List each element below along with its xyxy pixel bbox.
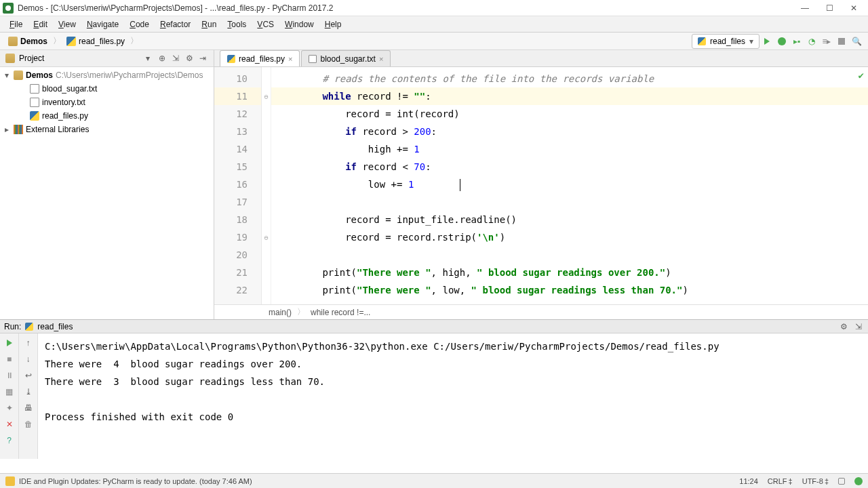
- expand-arrow-icon[interactable]: ▾: [3, 70, 11, 80]
- line-number[interactable]: 14: [214, 140, 261, 158]
- restore-layout-button[interactable]: ✦: [3, 401, 16, 415]
- console-output[interactable]: C:\Users\meriw\AppData\Local\Programs\Py…: [38, 333, 868, 459]
- editor-tab[interactable]: blood_sugar.txt×: [301, 50, 391, 66]
- rerun-button[interactable]: [3, 336, 16, 350]
- code-line[interactable]: high += 1: [271, 140, 868, 158]
- close-button[interactable]: ✕: [848, 2, 860, 14]
- menu-refactor[interactable]: Refactor: [155, 18, 196, 30]
- line-number[interactable]: 21: [214, 264, 261, 281]
- gear-icon[interactable]: ⚙: [184, 53, 195, 64]
- fold-marker[interactable]: [262, 281, 271, 299]
- line-number[interactable]: 18: [214, 211, 261, 228]
- project-tree[interactable]: ▾ Demos C:\Users\meriw\PycharmProjects\D…: [0, 67, 214, 319]
- code-line[interactable]: low += 1: [271, 176, 868, 193]
- profile-button[interactable]: ◔: [804, 34, 819, 49]
- editor-body[interactable]: 10111213141516171819202122 ⊖⊖ # reads th…: [214, 67, 868, 304]
- file-encoding[interactable]: UTF-8‡: [802, 477, 829, 485]
- read-only-toggle[interactable]: [838, 478, 845, 485]
- fold-marker[interactable]: [262, 176, 271, 193]
- fold-marker[interactable]: [262, 140, 271, 158]
- caret-position[interactable]: 11:24: [739, 477, 758, 485]
- external-libraries[interactable]: ▸ External Libraries: [0, 123, 214, 136]
- line-number[interactable]: 16: [214, 176, 261, 193]
- fold-marker[interactable]: [262, 70, 271, 87]
- stop-button[interactable]: ■: [3, 352, 16, 366]
- print-button[interactable]: 🖶: [22, 401, 35, 415]
- hide-icon[interactable]: ⇥: [197, 53, 208, 64]
- concurrency-button[interactable]: ≡▸: [819, 34, 834, 49]
- tree-file[interactable]: inventory.txt: [0, 96, 214, 109]
- fold-marker[interactable]: [262, 158, 271, 176]
- menu-help[interactable]: Help: [319, 18, 347, 30]
- hide-icon[interactable]: ⇲: [853, 321, 864, 332]
- code-line[interactable]: # reads the contents of the file into th…: [271, 70, 868, 87]
- line-number[interactable]: 10: [214, 70, 261, 87]
- code-line[interactable]: record = record.rstrip('\n'): [271, 228, 868, 246]
- code-line[interactable]: record = int(record): [271, 105, 868, 123]
- tree-file[interactable]: blood_sugar.txt: [0, 82, 214, 96]
- menu-run[interactable]: Run: [196, 18, 222, 30]
- fold-marker[interactable]: [262, 246, 271, 264]
- breadcrumb-root[interactable]: Demos: [4, 34, 52, 49]
- fold-marker[interactable]: ⊖: [262, 228, 271, 246]
- menu-edit[interactable]: Edit: [28, 18, 53, 30]
- menu-window[interactable]: Window: [279, 18, 319, 30]
- debug-button[interactable]: [774, 34, 789, 49]
- fold-gutter[interactable]: ⊖⊖: [262, 67, 271, 304]
- expand-arrow-icon[interactable]: ▸: [3, 125, 11, 134]
- line-number[interactable]: 17: [214, 193, 261, 211]
- tree-file[interactable]: read_files.py: [0, 109, 214, 123]
- collapse-all-icon[interactable]: ⇲: [170, 53, 181, 64]
- scroll-from-source-icon[interactable]: ⊕: [157, 53, 167, 64]
- line-number[interactable]: 11: [214, 87, 261, 105]
- dump-threads-button[interactable]: ▦: [3, 385, 16, 399]
- fold-marker[interactable]: [262, 264, 271, 281]
- code-line[interactable]: if record < 70:: [271, 158, 868, 176]
- code-line[interactable]: print("There were ", high, " blood sugar…: [271, 264, 868, 281]
- line-number[interactable]: 12: [214, 105, 261, 123]
- line-number[interactable]: 13: [214, 123, 261, 140]
- help-button[interactable]: ?: [3, 434, 16, 447]
- minimize-button[interactable]: —: [799, 2, 811, 14]
- close-button[interactable]: ✕: [3, 418, 16, 431]
- menu-navigate[interactable]: Navigate: [81, 18, 124, 30]
- stop-button[interactable]: [834, 34, 849, 49]
- pause-button[interactable]: ⏸: [3, 369, 16, 382]
- menu-view[interactable]: View: [53, 18, 81, 30]
- line-separator[interactable]: CRLF‡: [768, 477, 793, 485]
- fold-marker[interactable]: ⊖: [262, 87, 271, 105]
- status-message[interactable]: IDE and Plugin Updates: PyCharm is ready…: [19, 477, 252, 485]
- code-line[interactable]: if record > 200:: [271, 123, 868, 140]
- close-tab-icon[interactable]: ×: [288, 55, 292, 63]
- fold-marker[interactable]: [262, 105, 271, 123]
- chevron-down-icon[interactable]: ▾: [146, 54, 150, 63]
- code-line[interactable]: print("There were ", low, " blood sugar …: [271, 281, 868, 299]
- fold-marker[interactable]: [262, 211, 271, 228]
- gear-icon[interactable]: ⚙: [838, 321, 849, 332]
- menu-tools[interactable]: Tools: [222, 18, 252, 30]
- breadcrumb-file[interactable]: read_files.py: [62, 34, 129, 49]
- tree-root[interactable]: ▾ Demos C:\Users\meriw\PycharmProjects\D…: [0, 68, 214, 82]
- run-config-selector[interactable]: read_files ▾: [692, 34, 760, 49]
- menu-vcs[interactable]: VCS: [252, 18, 279, 30]
- menu-code[interactable]: Code: [124, 18, 155, 30]
- fold-marker[interactable]: [262, 193, 271, 211]
- close-tab-icon[interactable]: ×: [379, 55, 383, 63]
- inspection-ok-icon[interactable]: ✔: [859, 70, 864, 81]
- scroll-to-end-button[interactable]: ⤓: [22, 385, 35, 399]
- line-number[interactable]: 19: [214, 228, 261, 246]
- maximize-button[interactable]: ☐: [823, 2, 835, 14]
- up-stack-button[interactable]: ↑: [22, 336, 35, 350]
- code-line[interactable]: record = input_file.readline(): [271, 211, 868, 228]
- clear-button[interactable]: 🗑: [22, 418, 35, 431]
- code-line[interactable]: while record != "":: [271, 87, 868, 105]
- hector-icon[interactable]: [854, 477, 863, 485]
- code-line[interactable]: [271, 246, 868, 264]
- line-number[interactable]: 20: [214, 246, 261, 264]
- fold-marker[interactable]: [262, 123, 271, 140]
- soft-wrap-button[interactable]: ↩: [22, 369, 35, 382]
- line-number-gutter[interactable]: 10111213141516171819202122: [214, 67, 262, 304]
- event-log-icon[interactable]: [5, 476, 15, 486]
- down-stack-button[interactable]: ↓: [22, 352, 35, 366]
- menu-file[interactable]: File: [4, 18, 28, 30]
